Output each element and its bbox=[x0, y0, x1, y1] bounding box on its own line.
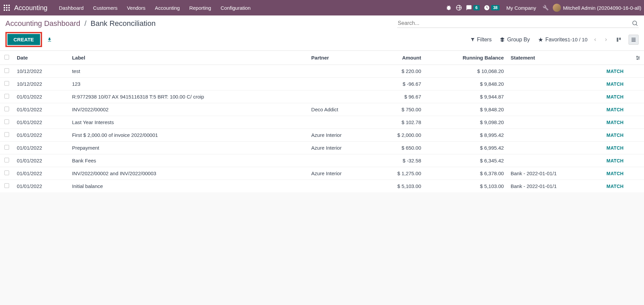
svg-rect-6 bbox=[4, 9, 5, 11]
row-checkbox[interactable] bbox=[4, 183, 9, 188]
pager-prev-icon[interactable] bbox=[592, 37, 598, 43]
row-checkbox[interactable] bbox=[4, 107, 9, 111]
match-button[interactable]: MATCH bbox=[606, 145, 623, 151]
match-button[interactable]: MATCH bbox=[606, 120, 623, 125]
cell-partner: Azure Interior bbox=[308, 142, 372, 154]
cell-date: 10/12/2022 bbox=[13, 78, 69, 90]
filters-button[interactable]: Filters bbox=[470, 37, 492, 43]
company-selector[interactable]: My Company bbox=[506, 5, 536, 11]
match-button[interactable]: MATCH bbox=[606, 94, 623, 100]
kanban-view-button[interactable] bbox=[614, 35, 624, 45]
match-button[interactable]: MATCH bbox=[606, 132, 623, 138]
column-settings-icon[interactable] bbox=[635, 55, 641, 61]
svg-rect-8 bbox=[8, 9, 10, 11]
menu-reporting[interactable]: Reporting bbox=[184, 5, 216, 11]
cell-running: $ 6,345.42 bbox=[425, 154, 507, 167]
cell-statement: Bank - 2022-01-01/1 bbox=[507, 167, 598, 180]
cell-amount: $ 750.00 bbox=[372, 103, 425, 116]
search-icon[interactable] bbox=[632, 20, 639, 27]
tools-icon[interactable] bbox=[543, 5, 549, 11]
col-running[interactable]: Running Balance bbox=[425, 51, 507, 65]
menu-accounting[interactable]: Accounting bbox=[150, 5, 184, 11]
match-button[interactable]: MATCH bbox=[606, 158, 623, 163]
cell-date: 01/01/2022 bbox=[13, 167, 69, 180]
search-input[interactable] bbox=[397, 19, 632, 28]
conversations-icon[interactable]: 6 bbox=[466, 5, 480, 11]
cell-partner bbox=[308, 65, 372, 78]
cell-statement bbox=[507, 78, 598, 90]
user-menu[interactable]: Mitchell Admin (20204090-16-0-all) bbox=[553, 4, 641, 12]
table-row[interactable]: 10/12/2022 123 $ -96.67 $ 9,848.20 MATCH bbox=[0, 78, 644, 90]
debug-icon[interactable] bbox=[446, 5, 452, 11]
menu-customers[interactable]: Customers bbox=[88, 5, 122, 11]
cell-amount: $ 96.67 bbox=[372, 90, 425, 103]
support-icon[interactable] bbox=[456, 5, 462, 11]
match-button[interactable]: MATCH bbox=[606, 81, 623, 87]
match-button[interactable]: MATCH bbox=[606, 107, 623, 112]
menu-configuration[interactable]: Configuration bbox=[216, 5, 255, 11]
cell-running: $ 10,068.20 bbox=[425, 65, 507, 78]
create-button[interactable]: CREATE bbox=[7, 34, 40, 45]
svg-point-11 bbox=[633, 21, 637, 25]
menu-dashboard[interactable]: Dashboard bbox=[54, 5, 88, 11]
row-checkbox[interactable] bbox=[4, 81, 9, 86]
row-checkbox[interactable] bbox=[4, 145, 9, 150]
apps-icon[interactable] bbox=[3, 4, 11, 12]
svg-rect-16 bbox=[632, 39, 636, 39]
cell-date: 01/01/2022 bbox=[13, 154, 69, 167]
table-row[interactable]: 01/01/2022 R:9772938 10/07 AX 9415116318… bbox=[0, 90, 644, 103]
col-label[interactable]: Label bbox=[69, 51, 308, 65]
menu-vendors[interactable]: Vendors bbox=[122, 5, 150, 11]
cell-label: INV/2022/00002 bbox=[69, 103, 308, 116]
match-button[interactable]: MATCH bbox=[606, 184, 623, 189]
breadcrumb-parent[interactable]: Accounting Dashboard bbox=[5, 19, 80, 28]
cell-label: Prepayment bbox=[69, 142, 308, 154]
cell-date: 01/01/2022 bbox=[13, 180, 69, 193]
col-partner[interactable]: Partner bbox=[308, 51, 372, 65]
cell-statement bbox=[507, 142, 598, 154]
svg-rect-4 bbox=[6, 7, 7, 8]
table-row[interactable]: 01/01/2022 Prepayment Azure Interior $ 6… bbox=[0, 142, 644, 154]
select-all-checkbox[interactable] bbox=[4, 55, 9, 60]
favorites-button[interactable]: Favorites bbox=[538, 37, 568, 43]
navbar-right: 6 38 My Company Mitchell Admin (20204090… bbox=[446, 4, 641, 12]
row-checkbox[interactable] bbox=[4, 68, 9, 73]
table-row[interactable]: 01/01/2022 INV/2022/00002 and INV/2022/0… bbox=[0, 167, 644, 180]
row-checkbox[interactable] bbox=[4, 132, 9, 137]
app-brand[interactable]: Accounting bbox=[14, 4, 47, 12]
table-row[interactable]: 10/12/2022 test $ 220.00 $ 10,068.20 MAT… bbox=[0, 65, 644, 78]
table-row[interactable]: 01/01/2022 INV/2022/00002 Deco Addict $ … bbox=[0, 103, 644, 116]
pager[interactable]: 1-10 / 10 bbox=[568, 37, 587, 42]
col-date[interactable]: Date bbox=[13, 51, 69, 65]
list-view-button[interactable] bbox=[629, 35, 639, 45]
activities-icon[interactable]: 38 bbox=[484, 5, 500, 11]
table-row[interactable]: 01/01/2022 First $ 2,000.00 of invoice 2… bbox=[0, 129, 644, 142]
row-checkbox[interactable] bbox=[4, 170, 9, 175]
cell-statement bbox=[507, 65, 598, 78]
table-row[interactable]: 01/01/2022 Last Year Interests $ 102.78 … bbox=[0, 116, 644, 129]
col-amount[interactable]: Amount bbox=[372, 51, 425, 65]
row-checkbox[interactable] bbox=[4, 158, 9, 162]
cell-amount: $ -96.67 bbox=[372, 78, 425, 90]
svg-rect-0 bbox=[4, 5, 5, 6]
cell-partner: Deco Addict bbox=[308, 103, 372, 116]
cell-date: 01/01/2022 bbox=[13, 129, 69, 142]
cell-date: 01/01/2022 bbox=[13, 142, 69, 154]
row-checkbox[interactable] bbox=[4, 119, 9, 124]
groupby-button[interactable]: Group By bbox=[500, 37, 530, 43]
cell-partner bbox=[308, 78, 372, 90]
match-button[interactable]: MATCH bbox=[606, 69, 623, 74]
conversations-badge: 6 bbox=[473, 5, 480, 10]
cell-running: $ 5,103.00 bbox=[425, 180, 507, 193]
col-statement[interactable]: Statement bbox=[507, 51, 598, 65]
controls-right: 1-10 / 10 bbox=[568, 35, 639, 45]
pager-next-icon[interactable] bbox=[603, 37, 609, 43]
row-checkbox[interactable] bbox=[4, 94, 9, 99]
cell-statement bbox=[507, 129, 598, 142]
cell-running: $ 6,995.42 bbox=[425, 142, 507, 154]
table-row[interactable]: 01/01/2022 Bank Fees $ -32.58 $ 6,345.42… bbox=[0, 154, 644, 167]
match-button[interactable]: MATCH bbox=[606, 171, 623, 176]
download-icon[interactable] bbox=[47, 37, 52, 42]
table-row[interactable]: 01/01/2022 Initial balance $ 5,103.00 $ … bbox=[0, 180, 644, 193]
cell-amount: $ -32.58 bbox=[372, 154, 425, 167]
